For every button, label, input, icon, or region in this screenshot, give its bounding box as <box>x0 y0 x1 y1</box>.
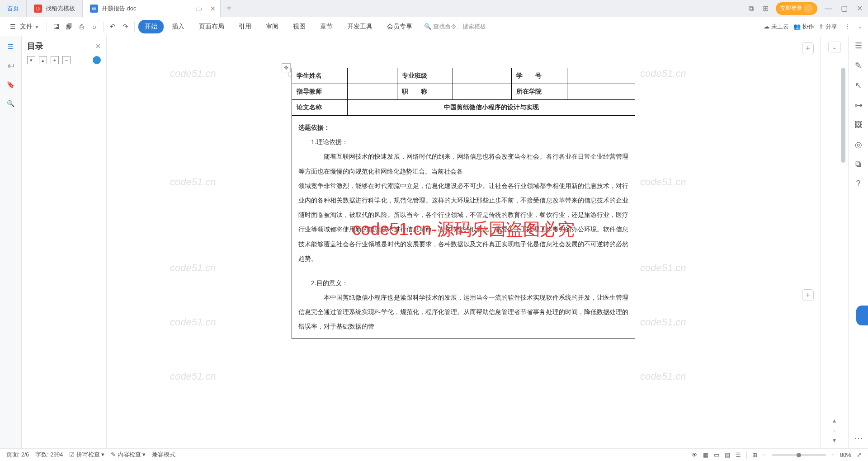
cell-student-name: 学生姓名 <box>292 68 348 84</box>
avatar-icon <box>804 4 813 13</box>
preview-icon[interactable]: ⌕ <box>89 21 99 32</box>
tabs-bar: 首页 D 找稻壳模板 W 开题报告.doc ▭ ✕ + ⧉ ⊞ 立即登录 — ▢… <box>0 0 868 17</box>
settings-icon[interactable]: ⊶ <box>854 100 863 110</box>
ribbon-tab-sections[interactable]: 章节 <box>314 20 339 33</box>
file-label: 文件 <box>20 23 33 31</box>
main-area: ☰ 🏷 🔖 🔍 目录 ✕ ▾ ▴ + − code51.cn code51.cn… <box>0 36 868 448</box>
image-icon[interactable]: 🖼 <box>854 120 863 130</box>
document-canvas[interactable]: code51.cn code51.cn code51.cn code51.cn … <box>107 36 820 448</box>
more-dots-icon[interactable]: ⋯ <box>854 433 863 443</box>
ribbon-tab-layout[interactable]: 页面布局 <box>193 20 231 33</box>
document-page: ✥ 学生姓名 专业班级 学 号 指导教师 职 称 所在学院 论文名称 中国剪纸微… <box>292 68 635 448</box>
zoom-value[interactable]: 80% <box>840 452 851 458</box>
tab-label: 开题报告.doc <box>102 5 137 13</box>
file-menu[interactable]: ☰ 文件 ▾ <box>5 21 43 33</box>
scroll-down-icon[interactable]: ▾ <box>833 437 836 444</box>
outline-close-icon[interactable]: ✕ <box>95 42 101 50</box>
save-as-icon[interactable]: 🗐 <box>63 21 74 32</box>
fit-width-icon[interactable]: ⊞ <box>752 452 757 458</box>
content-check[interactable]: ✎ 内容检查 ▾ <box>111 451 146 459</box>
add-top-button[interactable]: + <box>802 42 814 54</box>
zoom-slider[interactable] <box>772 454 826 456</box>
apps-icon[interactable]: ⊞ <box>761 4 770 13</box>
login-button[interactable]: 立即登录 <box>776 2 817 15</box>
tab-window-icon[interactable]: ▭ <box>193 4 204 13</box>
chevron-down-icon[interactable]: ⌄ <box>828 42 841 52</box>
cell-thesis-label: 论文名称 <box>292 100 348 116</box>
ribbon-tab-view[interactable]: 视图 <box>287 20 312 33</box>
add-icon[interactable]: + <box>51 56 59 64</box>
zoom-out-icon[interactable]: − <box>763 452 766 458</box>
word-count[interactable]: 字数: 2994 <box>35 451 63 459</box>
info-table: 学生姓名 专业班级 学 号 指导教师 职 称 所在学院 论文名称 中国剪纸微信小… <box>292 68 635 116</box>
redo-icon[interactable]: ↷ <box>120 21 131 32</box>
label-icon[interactable]: 🏷 <box>6 61 16 71</box>
expand-all-icon[interactable]: ▴ <box>39 56 47 64</box>
search-icon[interactable]: 🔍 <box>6 99 16 108</box>
cell-id: 学 号 <box>512 68 567 84</box>
ribbon-tab-insert[interactable]: 插入 <box>165 20 191 33</box>
device-icon[interactable]: ⧉ <box>855 160 861 169</box>
view-outline-icon[interactable]: ☰ <box>736 452 741 458</box>
close-icon[interactable]: ✕ <box>855 4 864 13</box>
ribbon-tab-developer[interactable]: 开发工具 <box>341 20 379 33</box>
tab-templates[interactable]: D 找稻壳模板 <box>27 0 83 17</box>
scroll-up-icon[interactable]: ▴ <box>833 417 836 424</box>
pen-icon[interactable]: ✎ <box>855 61 862 71</box>
move-handle-icon[interactable]: ✥ <box>282 63 291 72</box>
side-drawer-tab[interactable] <box>856 306 868 325</box>
paper-body: 选题依据： 1.理论依据： 随着互联网技术的快速发展，网络时代的到来，网络信息也… <box>292 116 635 339</box>
page-indicator[interactable]: 页面: 2/6 <box>6 451 29 459</box>
more-icon[interactable]: ⋮ <box>842 23 853 30</box>
cell-title-rank: 职 称 <box>397 84 453 100</box>
add-side-button[interactable]: + <box>802 289 814 301</box>
undo-icon[interactable]: ↶ <box>107 21 118 32</box>
new-tab-button[interactable]: + <box>221 0 238 17</box>
ribbon-tab-review[interactable]: 审阅 <box>259 20 285 33</box>
remove-icon[interactable]: − <box>62 56 71 64</box>
ribbon-search[interactable]: 🔍 查找命令、搜索模板 <box>420 21 490 33</box>
word-icon: W <box>90 5 98 13</box>
tab-home[interactable]: 首页 <box>0 0 27 17</box>
view-read-icon[interactable]: ▦ <box>703 452 708 458</box>
zoom-in-icon[interactable]: + <box>831 452 835 458</box>
print-icon[interactable]: ⎙ <box>76 21 87 32</box>
ribbon-tab-references[interactable]: 引用 <box>232 20 258 33</box>
spellcheck-toggle[interactable]: ☑ 拼写检查 ▾ <box>69 451 104 459</box>
scrollbar-thumb[interactable] <box>841 68 845 163</box>
minimize-icon[interactable]: — <box>823 5 834 13</box>
ai-icon[interactable] <box>93 56 101 64</box>
docer-icon: D <box>34 5 42 13</box>
fullscreen-icon[interactable]: ⤢ <box>857 452 862 458</box>
view-eye-icon[interactable]: 👁 <box>692 452 698 458</box>
pointer-icon[interactable]: ↖ <box>855 80 862 90</box>
help-icon[interactable]: ? <box>856 179 860 188</box>
maximize-icon[interactable]: ▢ <box>839 4 849 13</box>
view-page-icon[interactable]: ▭ <box>714 452 719 458</box>
outline-title: 目录 <box>27 41 43 52</box>
section-1-heading: 1.理论依据： <box>298 135 628 149</box>
tab-document[interactable]: W 开题报告.doc ▭ ✕ <box>83 0 221 17</box>
outline-icon[interactable]: ☰ <box>6 42 16 52</box>
menu-lines-icon[interactable]: ☰ <box>855 41 862 51</box>
ribbon-tab-start[interactable]: 开始 <box>138 20 164 33</box>
left-rail: ☰ 🏷 🔖 🔍 <box>0 36 22 448</box>
target-icon[interactable]: ◎ <box>855 140 862 150</box>
collapse-all-icon[interactable]: ▾ <box>27 56 35 64</box>
layout-icon[interactable]: ⧉ <box>747 5 755 13</box>
ribbon-tab-member[interactable]: 会员专享 <box>381 20 419 33</box>
paragraph-2: 本中国剪纸微信小程序也是紧跟科学技术的发展，运用当今一流的软件技术实现软件系统的… <box>298 290 628 334</box>
scroll-handle-icon[interactable]: ◦ <box>833 427 835 434</box>
bookmark-icon[interactable]: 🔖 <box>6 80 16 89</box>
compat-mode[interactable]: 兼容模式 <box>152 451 175 459</box>
right-gutter: ⌄ ▴ ◦ ▾ <box>820 36 848 448</box>
cell-advisor: 指导教师 <box>292 84 348 100</box>
collapse-ribbon-icon[interactable]: ⌄ <box>858 23 863 30</box>
cloud-status[interactable]: ☁ 未上云 <box>764 23 789 31</box>
share-button[interactable]: ⇪ 分享 <box>819 23 837 31</box>
collab-button[interactable]: 👥 协作 <box>793 23 814 31</box>
cell-college: 所在学院 <box>512 84 567 100</box>
view-web-icon[interactable]: ▤ <box>725 452 730 458</box>
save-icon[interactable]: 🖫 <box>51 21 61 32</box>
tab-close-icon[interactable]: ✕ <box>210 5 216 12</box>
